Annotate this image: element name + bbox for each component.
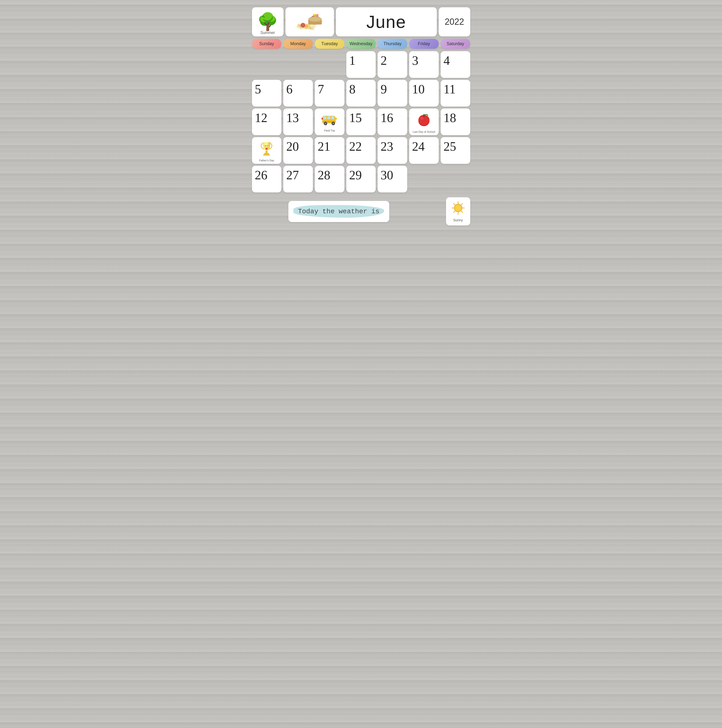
- cal-day-cell[interactable]: 20: [283, 137, 313, 164]
- day-header-friday: Friday: [409, 39, 439, 49]
- cal-event: BEST DAD Father's Day: [255, 139, 279, 162]
- cal-day-cell[interactable]: 8: [346, 80, 376, 107]
- month-name: June: [366, 12, 406, 32]
- cal-event-label: Last Day of School: [413, 130, 435, 133]
- cal-date-number: 8: [349, 82, 356, 96]
- weather-box: Today the weather is: [288, 201, 389, 222]
- cal-day-cell[interactable]: 15: [346, 109, 376, 135]
- cal-day-cell[interactable]: 5: [252, 80, 282, 107]
- cal-date-number: 4: [444, 54, 450, 67]
- cal-day-cell[interactable]: 21: [315, 137, 344, 164]
- calendar-grid: 12345678910111213 Field Trip1516 La: [252, 51, 470, 193]
- year-text: 2022: [444, 17, 464, 27]
- cal-day-cell[interactable]: 18: [441, 109, 470, 135]
- day-header-wednesday: Wednesday: [346, 39, 376, 49]
- cal-empty-cell: [441, 166, 470, 193]
- tree-icon: 🌳: [257, 13, 278, 30]
- svg-text:BEST: BEST: [265, 145, 269, 147]
- cal-date-number: 5: [255, 82, 261, 96]
- svg-point-21: [325, 122, 327, 124]
- cal-date-number: 9: [380, 82, 387, 96]
- cal-day-cell[interactable]: 7: [315, 80, 344, 107]
- svg-rect-24: [335, 118, 337, 119]
- weather-text: Today the weather is: [298, 208, 380, 215]
- cal-date-number: 15: [349, 111, 362, 125]
- day-header-monday: Monday: [283, 39, 313, 49]
- cal-date-number: 2: [380, 54, 387, 67]
- cal-day-cell[interactable]: BEST DAD Father's Day: [252, 137, 282, 164]
- cal-day-cell[interactable]: 9: [378, 80, 407, 107]
- svg-line-43: [453, 211, 455, 213]
- cal-day-cell[interactable]: 23: [378, 137, 407, 164]
- cal-empty-cell: [283, 51, 313, 78]
- cal-day-cell[interactable]: 27: [283, 166, 313, 193]
- cal-day-cell[interactable]: 30: [378, 166, 407, 193]
- svg-point-12: [301, 23, 305, 28]
- cal-day-cell[interactable]: 28: [315, 166, 344, 193]
- svg-rect-25: [322, 118, 323, 119]
- cal-date-number: 7: [318, 82, 324, 96]
- cal-date-number: 30: [380, 168, 393, 182]
- cal-day-cell[interactable]: 25: [441, 137, 470, 164]
- svg-line-40: [453, 203, 455, 205]
- cal-day-cell[interactable]: Field Trip: [315, 109, 344, 135]
- svg-point-23: [332, 122, 334, 124]
- cal-day-cell[interactable]: 24: [409, 137, 439, 164]
- svg-rect-17: [327, 116, 330, 119]
- day-header-tuesday: Tuesday: [315, 39, 344, 49]
- svg-rect-29: [423, 114, 424, 118]
- cal-date-number: 20: [286, 139, 299, 153]
- cal-event: Field Trip: [318, 111, 342, 134]
- cal-day-cell[interactable]: 11: [441, 80, 470, 107]
- cal-day-cell[interactable]: 1: [346, 51, 376, 78]
- cal-day-cell[interactable]: 3: [409, 51, 439, 78]
- cal-date-number: 28: [318, 168, 330, 182]
- day-header-thursday: Thursday: [378, 39, 407, 49]
- cal-day-cell[interactable]: 2: [378, 51, 407, 78]
- cal-day-cell[interactable]: 10: [409, 80, 439, 107]
- cal-date-number: 18: [444, 111, 456, 125]
- cal-date-number: 25: [444, 139, 456, 153]
- season-label: Summer: [260, 31, 275, 35]
- cal-day-cell[interactable]: 26: [252, 166, 282, 193]
- cal-date-number: 13: [286, 111, 299, 125]
- cal-event: Last Day of School: [412, 111, 436, 134]
- svg-point-10: [313, 14, 315, 16]
- cal-date-number: 26: [255, 168, 267, 182]
- year-card: 2022: [439, 7, 470, 37]
- cal-day-cell[interactable]: Last Day of School: [409, 109, 439, 135]
- cal-event-label: Father's Day: [259, 159, 274, 162]
- svg-rect-32: [266, 150, 267, 153]
- cal-date-number: 24: [412, 139, 425, 153]
- calendar-header: 🌳 Summer: [252, 7, 470, 37]
- svg-point-11: [316, 14, 318, 16]
- cal-date-number: 22: [349, 139, 362, 153]
- picnic-card: [285, 7, 334, 37]
- season-card: 🌳 Summer: [252, 7, 284, 37]
- picnic-icon: [295, 9, 324, 34]
- cal-date-number: 10: [412, 82, 425, 96]
- calendar-container: 🌳 Summer: [252, 7, 470, 225]
- cal-event-icon: [417, 112, 431, 129]
- cal-event-icon: BEST DAD: [259, 140, 274, 158]
- cal-day-cell[interactable]: 29: [346, 166, 376, 193]
- svg-point-28: [420, 117, 424, 119]
- cal-empty-cell: [315, 51, 344, 78]
- svg-rect-16: [324, 116, 327, 119]
- cal-day-cell[interactable]: 22: [346, 137, 376, 164]
- cal-event-icon: [321, 113, 338, 128]
- sunny-card: Sunny: [446, 197, 470, 225]
- svg-rect-18: [331, 116, 334, 119]
- cal-day-cell[interactable]: 4: [441, 51, 470, 78]
- cal-day-cell[interactable]: 13: [283, 109, 313, 135]
- cal-day-cell[interactable]: 6: [283, 80, 313, 107]
- cal-day-cell[interactable]: 16: [378, 109, 407, 135]
- cal-date-number: 21: [318, 139, 330, 153]
- cal-empty-cell: [252, 51, 282, 78]
- svg-line-42: [461, 203, 463, 205]
- cal-date-number: 16: [380, 111, 393, 125]
- cal-day-cell[interactable]: 12: [252, 109, 282, 135]
- svg-point-8: [308, 17, 322, 21]
- day-headers: Sunday Monday Tuesday Wednesday Thursday…: [252, 39, 470, 49]
- cal-date-number: 29: [349, 168, 362, 182]
